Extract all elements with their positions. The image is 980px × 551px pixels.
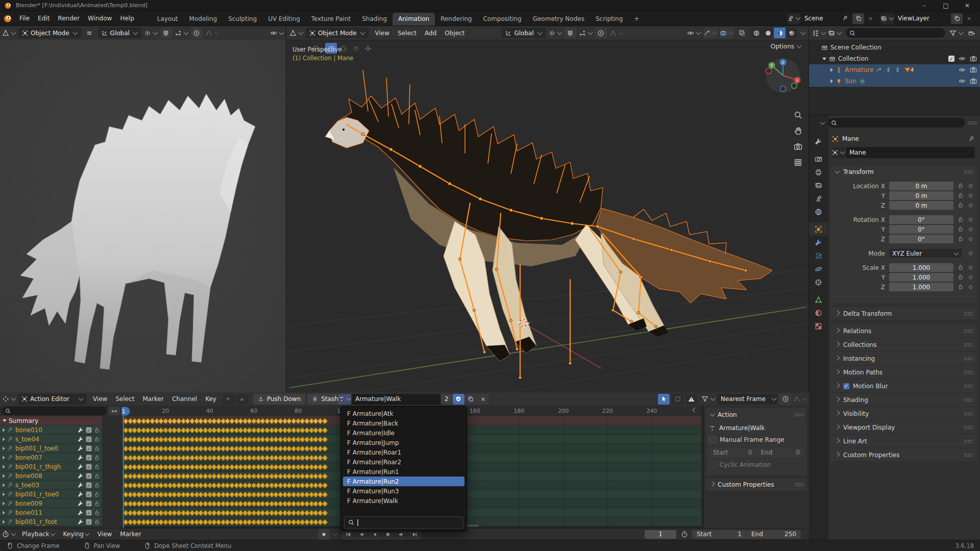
animate-dot[interactable] xyxy=(969,218,972,221)
view-layer-name[interactable]: ViewLayer xyxy=(894,13,950,24)
properties-options-grip[interactable] xyxy=(968,121,977,125)
wrench-icon[interactable] xyxy=(78,482,84,488)
unlock-icon[interactable] xyxy=(94,464,100,470)
pin-icon[interactable] xyxy=(842,15,848,21)
channel-bip001-r-thigh[interactable]: bip001_r_thigh✓ xyxy=(0,462,102,471)
dope-sheet-menu-select[interactable]: Select xyxy=(111,394,138,404)
properties-tab-view-layer[interactable] xyxy=(809,179,828,192)
view-object-types-button[interactable] xyxy=(270,28,284,38)
channel-bone007[interactable]: bone007✓ xyxy=(0,453,102,462)
outliner-row-scene-collection[interactable]: Scene Collection xyxy=(809,42,980,53)
keyframe[interactable] xyxy=(322,510,328,516)
expander-icon[interactable] xyxy=(3,456,5,459)
action-users-button[interactable]: 2 xyxy=(441,394,452,405)
lock-icon[interactable] xyxy=(958,192,964,198)
snap-toggle[interactable] xyxy=(160,28,172,38)
action-option-f-armature-back[interactable]: F Armature|Back xyxy=(343,418,464,428)
panel-grip[interactable] xyxy=(964,357,973,361)
scene-browse-button[interactable] xyxy=(787,13,800,24)
prop-field-y[interactable]: 0 m xyxy=(889,191,953,200)
panel-grip[interactable] xyxy=(964,412,973,416)
panel-grip[interactable] xyxy=(964,439,973,443)
section-line-art[interactable]: Line Art xyxy=(830,435,977,447)
unlock-icon[interactable] xyxy=(94,519,100,525)
channel-enable-checkbox[interactable]: ✓ xyxy=(86,519,92,524)
blender-menu-icon[interactable] xyxy=(3,14,12,23)
action-option-f-armature-walk[interactable]: F Armature|Walk xyxy=(343,496,464,506)
wrench-icon[interactable] xyxy=(78,445,84,452)
scene-new-button[interactable] xyxy=(852,13,864,24)
animate-dot[interactable] xyxy=(969,237,972,241)
move-channel-down-button[interactable] xyxy=(223,394,234,405)
hamburger-menu-icon[interactable]: ≡ xyxy=(84,28,95,38)
keyframe[interactable] xyxy=(322,436,328,443)
show-object-types-button[interactable] xyxy=(687,28,701,38)
channel-enable-checkbox[interactable]: ✓ xyxy=(86,473,92,479)
action-option-f-armature-idle[interactable]: F Armature|Idle xyxy=(343,428,464,438)
start-frame-field[interactable]: Start1 xyxy=(692,530,746,539)
transform-panel-header[interactable]: Transform xyxy=(830,166,977,178)
workspace-tab-modeling[interactable]: Modeling xyxy=(184,13,223,26)
action-option-f-armature-roar2[interactable]: F Armature|Roar2 xyxy=(343,457,464,467)
section-relations[interactable]: Relations xyxy=(830,324,977,337)
channel-enable-checkbox[interactable]: ✓ xyxy=(86,436,92,442)
custom-properties-panel-header[interactable]: Custom Properties xyxy=(706,478,807,491)
proportional-falloff-button[interactable] xyxy=(205,28,219,38)
mode-selector[interactable]: Object Mode xyxy=(18,28,81,38)
workspace-tab-scripting[interactable]: Scripting xyxy=(590,13,628,26)
section-motion-blur[interactable]: ✓Motion Blur xyxy=(830,380,977,392)
expander-icon[interactable] xyxy=(3,446,5,450)
menu-help[interactable]: Help xyxy=(116,14,138,23)
pivot-point-button[interactable] xyxy=(548,28,562,38)
properties-search[interactable] xyxy=(827,118,965,128)
wrench-icon[interactable] xyxy=(78,510,84,516)
dope-sheet-menu-key[interactable]: Key xyxy=(201,394,220,404)
outliner-row-collection[interactable]: Collection✓ xyxy=(809,53,980,64)
keyframe[interactable] xyxy=(322,445,328,452)
editor-type-button[interactable] xyxy=(812,28,826,38)
properties-tab-world[interactable] xyxy=(809,205,828,218)
expander-icon[interactable] xyxy=(3,465,5,468)
expander-icon[interactable] xyxy=(3,437,5,441)
snap-mode-selector[interactable]: Nearest Frame xyxy=(717,394,777,405)
action-start-field[interactable]: Start0 xyxy=(709,448,756,457)
prop-field-rotation-x[interactable]: 0° xyxy=(889,215,953,224)
move-channel-up-button[interactable] xyxy=(236,394,248,405)
lock-icon[interactable] xyxy=(958,264,964,270)
keyframe[interactable] xyxy=(322,427,328,434)
show-gizmo-button[interactable] xyxy=(703,28,717,38)
expander-icon[interactable] xyxy=(3,419,7,422)
wrench-icon[interactable] xyxy=(78,427,84,433)
current-frame-field[interactable]: 1 xyxy=(645,530,676,539)
prop-field-z[interactable]: 0° xyxy=(889,235,953,243)
snap-settings-button[interactable] xyxy=(175,28,188,38)
collection-checkbox[interactable]: ✓ xyxy=(948,56,954,62)
expander-icon[interactable] xyxy=(3,511,5,514)
pivot-point-button[interactable] xyxy=(144,28,158,38)
workspace-tab-layout[interactable]: Layout xyxy=(152,13,184,26)
section-instancing[interactable]: Instancing xyxy=(830,352,977,365)
footer-menu-marker[interactable]: Marker xyxy=(116,530,145,539)
keyframe[interactable] xyxy=(322,418,328,424)
view-layer-remove-button[interactable] xyxy=(963,13,975,24)
shading-material-button[interactable] xyxy=(774,28,786,38)
prop-field-scale-x[interactable]: 1.000 xyxy=(889,263,953,272)
keyframe[interactable] xyxy=(322,482,328,489)
editor-type-button[interactable] xyxy=(2,28,16,38)
viewport-menu-object[interactable]: Object xyxy=(440,29,469,38)
action-option-f-armature-run1[interactable]: F Armature|Run1 xyxy=(343,467,464,477)
footer-menu-keying[interactable]: Keying xyxy=(59,530,93,539)
action-option-f-armature-run3[interactable]: F Armature|Run3 xyxy=(343,486,464,496)
falloff-button[interactable] xyxy=(793,394,807,405)
add-workspace-button[interactable]: + xyxy=(628,13,645,26)
menu-file[interactable]: File xyxy=(15,14,34,23)
use-preview-range-button[interactable] xyxy=(678,529,690,540)
expander-icon[interactable] xyxy=(822,58,826,60)
workspace-tab-uv-editing[interactable]: UV Editing xyxy=(262,13,306,26)
action-browse-button[interactable] xyxy=(338,394,351,405)
expander-icon[interactable] xyxy=(830,68,833,72)
channel-s-toe03[interactable]: s_toe03✓ xyxy=(0,481,102,489)
close-button[interactable]: ✕ xyxy=(959,2,976,9)
viewport-menu-view[interactable]: View xyxy=(371,29,394,38)
scene-name[interactable]: Scene xyxy=(801,13,852,24)
